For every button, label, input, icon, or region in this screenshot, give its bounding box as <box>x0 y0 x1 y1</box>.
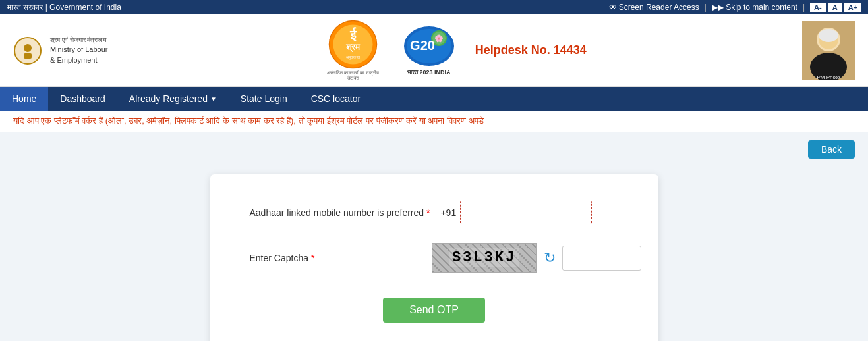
top-bar: भारत सरकार | Government of India 👁Screen… <box>0 0 868 14</box>
svg-text:🌸: 🌸 <box>434 34 444 43</box>
skip-main-link[interactable]: ▶▶ Skip to main content <box>712 3 797 12</box>
screen-reader-link[interactable]: 👁Screen Reader Access <box>609 3 699 12</box>
back-row: Back <box>0 132 868 161</box>
ticker-text: यदि आप एक प्लेटफॉर्म वर्कर हैं (ओला, उबर… <box>13 116 484 126</box>
font-decrease-button[interactable]: A- <box>810 3 826 12</box>
refresh-icon: ↻ <box>544 249 556 266</box>
g20-logo-block: 🌸 G20 भारत 2023 INDIA <box>403 25 455 76</box>
pm-avatar-svg: PM Photo <box>802 21 855 80</box>
separator: | <box>705 3 707 12</box>
header: श्रम एवं रोजगार मंत्रालय Ministry of Lab… <box>0 14 868 87</box>
pm-photo: PM Photo <box>802 21 855 80</box>
navigation: Home Dashboard Already Registered ▼ Stat… <box>0 87 868 111</box>
ticker-bar: यदि आप एक प्लेटफॉर्म वर्कर हैं (ओला, उबर… <box>0 111 868 132</box>
font-normal-button[interactable]: A <box>828 3 842 12</box>
captcha-required: * <box>311 253 314 263</box>
mobile-input[interactable] <box>460 201 592 224</box>
pm-photo-block: PM Photo <box>802 21 855 80</box>
main-content: Aadhaar linked mobile number is preferre… <box>0 161 868 341</box>
captcha-text: S3L3KJ <box>449 248 519 267</box>
nav-dashboard[interactable]: Dashboard <box>48 87 117 111</box>
captcha-row: Enter Captcha * S3L3KJ ↻ <box>250 243 619 273</box>
header-center: ई श्रम अमृत काल असंगठित कामगारों का राष्… <box>324 20 587 81</box>
eshram-tagline: असंगठित कामगारों का राष्ट्रीय डेटाबेस <box>324 70 383 81</box>
g20-subtitle: भारत 2023 INDIA <box>407 69 451 76</box>
nav-already-registered[interactable]: Already Registered ▼ <box>117 87 229 111</box>
ministry-line2: & Employment <box>50 55 107 65</box>
mobile-row: Aadhaar linked mobile number is preferre… <box>250 201 619 224</box>
svg-text:अमृत काल: अमृत काल <box>346 55 361 60</box>
phone-input-wrapper: +91 <box>440 201 592 224</box>
top-bar-right: 👁Screen Reader Access | ▶▶ Skip to main … <box>609 3 861 12</box>
svg-point-15 <box>819 29 838 42</box>
emblem-logo <box>13 36 42 65</box>
refresh-captcha-button[interactable]: ↻ <box>544 249 556 267</box>
svg-text:PM Photo: PM Photo <box>817 74 840 80</box>
captcha-image: S3L3KJ <box>432 243 537 273</box>
captcha-wrapper: S3L3KJ ↻ <box>432 243 641 273</box>
helpdesk-number: Helpdesk No. 14434 <box>475 43 587 57</box>
login-form-card: Aadhaar linked mobile number is preferre… <box>210 174 658 341</box>
mobile-required: * <box>426 207 430 218</box>
separator2: | <box>803 3 805 12</box>
captcha-label: Enter Captcha * <box>250 253 421 263</box>
ministry-line1: Ministry of Labour <box>50 45 107 55</box>
eshram-logo-block: ई श्रम अमृत काल असंगठित कामगारों का राष्… <box>324 20 383 81</box>
nav-csc-locator[interactable]: CSC locator <box>299 87 372 111</box>
send-otp-button[interactable]: Send OTP <box>383 298 485 323</box>
dropdown-arrow: ▼ <box>210 95 217 103</box>
country-code: +91 <box>440 207 456 218</box>
eshram-logo: ई श्रम अमृत काल <box>328 20 378 69</box>
svg-text:G20: G20 <box>410 38 435 53</box>
header-left: श्रम एवं रोजगार मंत्रालय Ministry of Lab… <box>13 36 107 65</box>
ministry-hindi: श्रम एवं रोजगार मंत्रालय <box>50 36 107 45</box>
svg-text:श्रम: श्रम <box>345 42 361 53</box>
g20-svg: 🌸 G20 <box>403 25 455 68</box>
accessibility-controls: A- A A+ <box>810 3 861 12</box>
otp-btn-row: Send OTP <box>250 291 619 323</box>
nav-home[interactable]: Home <box>0 87 48 111</box>
gov-branding: भारत सरकार | Government of India <box>7 3 121 12</box>
captcha-input[interactable] <box>562 246 641 271</box>
mobile-label: Aadhaar linked mobile number is preferre… <box>250 207 430 218</box>
ministry-text: श्रम एवं रोजगार मंत्रालय Ministry of Lab… <box>50 36 107 65</box>
font-increase-button[interactable]: A+ <box>844 3 861 12</box>
nav-state-login[interactable]: State Login <box>229 87 299 111</box>
eshram-svg: ई श्रम अमृत काल <box>328 20 378 69</box>
gov-text: भारत सरकार | Government of India <box>7 3 121 12</box>
back-button[interactable]: Back <box>808 140 855 159</box>
